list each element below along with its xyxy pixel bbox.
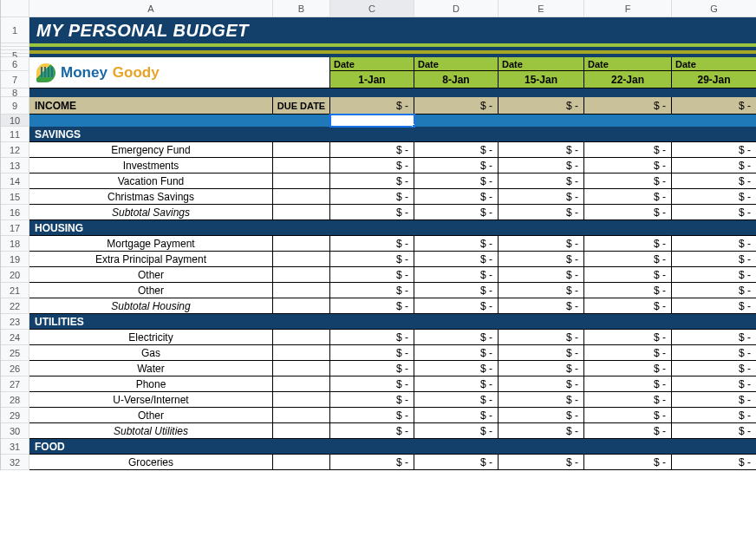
selected-cell[interactable] bbox=[330, 115, 414, 127]
item-due[interactable] bbox=[273, 205, 330, 220]
item-value[interactable]: $ - bbox=[414, 345, 499, 361]
item-value[interactable]: $ - bbox=[499, 376, 584, 392]
income-value[interactable]: $ - bbox=[499, 97, 584, 115]
item-value[interactable]: $ - bbox=[672, 361, 756, 376]
row-head-22[interactable]: 22 bbox=[1, 298, 29, 314]
item-value[interactable]: $ - bbox=[330, 283, 414, 298]
item-due[interactable] bbox=[273, 252, 330, 267]
item-value[interactable]: $ - bbox=[330, 252, 414, 267]
row-head-25[interactable]: 25 bbox=[1, 345, 29, 361]
item-label[interactable]: Investments bbox=[29, 158, 273, 174]
item-label[interactable]: Emergency Fund bbox=[29, 142, 273, 158]
item-value[interactable]: $ - bbox=[672, 455, 756, 470]
item-due[interactable] bbox=[273, 298, 330, 314]
col-head-b[interactable]: B bbox=[273, 0, 330, 17]
row-head-9[interactable]: 9 bbox=[1, 97, 29, 115]
row-head-31[interactable]: 31 bbox=[1, 439, 29, 455]
item-value[interactable]: $ - bbox=[414, 455, 499, 470]
item-due[interactable] bbox=[273, 189, 330, 205]
item-value[interactable]: $ - bbox=[330, 376, 414, 392]
item-value[interactable]: $ - bbox=[499, 252, 584, 267]
row-head-13[interactable]: 13 bbox=[1, 158, 29, 174]
fill-handle[interactable] bbox=[412, 124, 414, 127]
row-head-19[interactable]: 19 bbox=[1, 252, 29, 267]
col-head-e[interactable]: E bbox=[499, 0, 584, 17]
col-head-c[interactable]: C bbox=[330, 0, 414, 17]
item-value[interactable]: $ - bbox=[499, 408, 584, 423]
row-head-20[interactable]: 20 bbox=[1, 267, 29, 283]
row-head-21[interactable]: 21 bbox=[1, 283, 29, 298]
row-head-23[interactable]: 23 bbox=[1, 314, 29, 330]
item-due[interactable] bbox=[273, 345, 330, 361]
item-value[interactable]: $ - bbox=[330, 174, 414, 189]
select-all-corner[interactable] bbox=[1, 0, 29, 17]
item-value[interactable]: $ - bbox=[584, 142, 672, 158]
date-value[interactable]: 29-Jan bbox=[672, 71, 756, 88]
item-value[interactable]: $ - bbox=[499, 345, 584, 361]
item-due[interactable] bbox=[273, 455, 330, 470]
item-value[interactable]: $ - bbox=[499, 392, 584, 408]
item-value[interactable]: $ - bbox=[584, 174, 672, 189]
item-value[interactable]: $ - bbox=[672, 252, 756, 267]
item-value[interactable]: $ - bbox=[584, 252, 672, 267]
item-value[interactable]: $ - bbox=[584, 392, 672, 408]
date-value[interactable]: 15-Jan bbox=[499, 71, 584, 88]
item-value[interactable]: $ - bbox=[414, 361, 499, 376]
item-label[interactable]: U-Verse/Internet bbox=[29, 392, 273, 408]
item-value[interactable]: $ - bbox=[584, 189, 672, 205]
item-due[interactable] bbox=[273, 158, 330, 174]
item-value[interactable]: $ - bbox=[499, 174, 584, 189]
col-head-f[interactable]: F bbox=[584, 0, 672, 17]
item-value[interactable]: $ - bbox=[499, 361, 584, 376]
date-value[interactable]: 22-Jan bbox=[584, 71, 672, 88]
spreadsheet-grid[interactable]: A B C D E F G 1 MY PERSONAL BUDGET 5 6 M… bbox=[0, 0, 756, 470]
item-value[interactable]: $ - bbox=[584, 408, 672, 423]
item-value[interactable]: $ - bbox=[672, 174, 756, 189]
row-head-24[interactable]: 24 bbox=[1, 330, 29, 345]
item-value[interactable]: $ - bbox=[672, 330, 756, 345]
item-value[interactable]: $ - bbox=[584, 376, 672, 392]
item-label[interactable]: Other bbox=[29, 408, 273, 423]
row-head-16[interactable]: 16 bbox=[1, 205, 29, 220]
item-value[interactable]: $ - bbox=[414, 252, 499, 267]
income-value[interactable]: $ - bbox=[672, 97, 756, 115]
item-value[interactable]: $ - bbox=[330, 158, 414, 174]
item-value[interactable]: $ - bbox=[330, 142, 414, 158]
item-due[interactable] bbox=[273, 174, 330, 189]
item-label[interactable]: Other bbox=[29, 283, 273, 298]
row-head-26[interactable]: 26 bbox=[1, 361, 29, 376]
item-value[interactable]: $ - bbox=[584, 267, 672, 283]
row-head-10[interactable]: 10 bbox=[1, 115, 29, 127]
item-value[interactable]: $ - bbox=[330, 189, 414, 205]
item-value[interactable]: $ - bbox=[414, 330, 499, 345]
item-label[interactable]: Christmas Savings bbox=[29, 189, 273, 205]
item-label[interactable]: Extra Principal Payment bbox=[29, 252, 273, 267]
item-due[interactable] bbox=[273, 408, 330, 423]
item-value[interactable]: $ - bbox=[414, 236, 499, 252]
item-value[interactable]: $ - bbox=[330, 408, 414, 423]
item-value[interactable]: $ - bbox=[672, 189, 756, 205]
item-value[interactable]: $ - bbox=[330, 267, 414, 283]
item-value[interactable]: $ - bbox=[414, 376, 499, 392]
item-due[interactable] bbox=[273, 423, 330, 439]
item-value[interactable]: $ - bbox=[584, 330, 672, 345]
row-head-1[interactable]: 1 bbox=[1, 17, 29, 43]
item-value[interactable]: $ - bbox=[414, 408, 499, 423]
row-head-12[interactable]: 12 bbox=[1, 142, 29, 158]
row-head-29[interactable]: 29 bbox=[1, 408, 29, 423]
item-value[interactable]: $ - bbox=[584, 158, 672, 174]
row-head-14[interactable]: 14 bbox=[1, 174, 29, 189]
item-due[interactable] bbox=[273, 283, 330, 298]
col-head-a[interactable]: A bbox=[29, 0, 273, 17]
row-head-18[interactable]: 18 bbox=[1, 236, 29, 252]
item-value[interactable]: $ - bbox=[414, 267, 499, 283]
item-label[interactable]: Vacation Fund bbox=[29, 174, 273, 189]
item-due[interactable] bbox=[273, 330, 330, 345]
item-value[interactable]: $ - bbox=[584, 236, 672, 252]
row-head-7[interactable]: 7 bbox=[1, 71, 29, 88]
item-label[interactable]: Mortgage Payment bbox=[29, 236, 273, 252]
date-value[interactable]: 8-Jan bbox=[414, 71, 499, 88]
item-value[interactable]: $ - bbox=[499, 267, 584, 283]
item-value[interactable]: $ - bbox=[499, 455, 584, 470]
item-value[interactable]: $ - bbox=[414, 283, 499, 298]
